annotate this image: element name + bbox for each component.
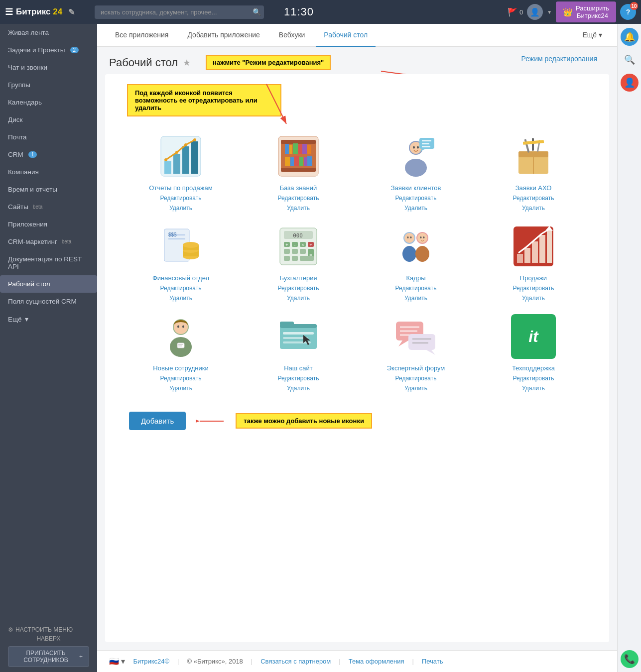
app-name-knowledge-base[interactable]: База знаний: [280, 184, 317, 192]
star-icon[interactable]: ★: [183, 57, 191, 68]
app-delete-aho-requests[interactable]: Удалить: [522, 205, 545, 212]
app-delete-new-employees[interactable]: Удалить: [169, 385, 192, 392]
app-edit-aho-requests[interactable]: Редактировать: [513, 195, 554, 202]
sidebar-item-groups[interactable]: Группы: [0, 76, 97, 94]
app-delete-it-support[interactable]: Удалить: [522, 385, 545, 392]
app-name-it-support[interactable]: Техподдержка: [512, 364, 555, 372]
footer-bitrix24-link[interactable]: Битрикс24©: [133, 658, 169, 665]
sidebar-item-apps[interactable]: Приложения: [0, 216, 97, 233]
footer-theme-link[interactable]: Тема оформления: [349, 658, 404, 665]
app-icon-sales[interactable]: [509, 222, 558, 271]
sidebar-item-sites[interactable]: Сайты beta: [0, 198, 97, 216]
app-name-expert-forum[interactable]: Экспертный форум: [387, 364, 445, 372]
app-delete-client-requests[interactable]: Удалить: [404, 205, 427, 212]
app-icon-expert-forum[interactable]: [391, 312, 441, 361]
sidebar-item-disk[interactable]: Диск: [0, 111, 97, 128]
tab-more[interactable]: Ещё ▾: [577, 24, 607, 46]
app-delete-knowledge-base[interactable]: Удалить: [287, 205, 310, 212]
invite-button[interactable]: ПРИГЛАСИТЬ СОТРУДНИКОВ +: [8, 646, 89, 667]
help-button[interactable]: ? 10: [620, 4, 636, 20]
user-avatar[interactable]: 👤: [527, 4, 543, 20]
sidebar-item-desktop[interactable]: Рабочий стол: [0, 275, 97, 293]
tab-add-app[interactable]: Добавить приложение: [179, 24, 267, 47]
app-edit-finance[interactable]: Редактировать: [160, 285, 202, 292]
app-name-hr[interactable]: Кадры: [406, 274, 426, 282]
app-delete-finance[interactable]: Удалить: [169, 295, 192, 302]
app-icon-new-employees[interactable]: [156, 312, 206, 361]
edit-mode-button[interactable]: Режим редактирования: [521, 55, 597, 63]
sidebar-label-desktop: Рабочий стол: [8, 280, 50, 288]
sidebar-item-mail[interactable]: Почта: [0, 128, 97, 146]
footer-partner-link[interactable]: Связаться с партнером: [260, 658, 331, 665]
svg-point-76: [402, 246, 416, 262]
app-icon-sales-reports[interactable]: [156, 131, 206, 181]
tab-webhooks[interactable]: Вебхуки: [271, 24, 313, 47]
phone-icon[interactable]: 📞: [621, 650, 639, 668]
sidebar-item-live-feed[interactable]: Живая лента: [0, 24, 97, 41]
app-name-sales[interactable]: Продажи: [520, 274, 547, 282]
app-edit-sales-reports[interactable]: Редактировать: [160, 195, 202, 202]
flag-count: 0: [519, 8, 523, 16]
app-icon-our-site[interactable]: [273, 312, 323, 361]
sidebar-item-tasks[interactable]: Задачи и Проекты 2: [0, 41, 97, 59]
sidebar-label-mail: Почта: [8, 133, 27, 141]
app-delete-expert-forum[interactable]: Удалить: [404, 385, 427, 392]
app-edit-our-site[interactable]: Редактировать: [278, 375, 319, 382]
sidebar-item-chat[interactable]: Чат и звонки: [0, 59, 97, 76]
search-icon[interactable]: 🔍: [621, 51, 639, 69]
svg-point-80: [407, 236, 409, 238]
app-icon-hr[interactable]: [391, 222, 441, 271]
sidebar-item-crm-marketing[interactable]: CRM-маркетинг beta: [0, 233, 97, 250]
tab-all-apps[interactable]: Все приложения: [107, 24, 176, 47]
search-button[interactable]: 🔍: [253, 8, 261, 16]
sidebar-item-rest-api[interactable]: Документация по REST API: [0, 250, 97, 275]
app-edit-knowledge-base[interactable]: Редактировать: [278, 195, 319, 202]
edit-pencil-icon[interactable]: ✎: [68, 7, 75, 17]
search-input[interactable]: [95, 5, 264, 19]
app-icon-client-requests[interactable]: [391, 131, 441, 181]
app-name-sales-reports[interactable]: Отчеты по продажам: [149, 184, 212, 192]
app-name-finance[interactable]: Финансовый отдел: [152, 274, 209, 282]
top-link[interactable]: НАВЕРХ: [8, 635, 89, 642]
user-profile-icon[interactable]: 👤: [621, 74, 639, 92]
sidebar-item-crm[interactable]: CRM 1: [0, 146, 97, 163]
app-icon-accounting[interactable]: 000 + - × ÷: [273, 222, 323, 271]
app-edit-new-employees[interactable]: Редактировать: [160, 375, 202, 382]
app-name-our-site[interactable]: Наш сайт: [284, 364, 313, 372]
footer-flag-icon[interactable]: 🇷🇺 ▾: [109, 657, 125, 666]
sidebar-item-more[interactable]: Ещё ▾: [0, 310, 97, 328]
app-edit-accounting[interactable]: Редактировать: [278, 285, 319, 292]
app-delete-hr[interactable]: Удалить: [404, 295, 427, 302]
app-edit-sales[interactable]: Редактировать: [513, 285, 554, 292]
footer-print-link[interactable]: Печать: [422, 658, 443, 665]
app-delete-accounting[interactable]: Удалить: [287, 295, 310, 302]
sidebar-item-crm-fields[interactable]: Поля сущностей CRM: [0, 293, 97, 310]
expand-button[interactable]: 👑 РасширитьБитрикс24: [556, 1, 616, 22]
svg-rect-42: [524, 139, 529, 153]
app-name-accounting[interactable]: Бухгалтерия: [279, 274, 317, 282]
app-icon-finance[interactable]: $$$: [156, 222, 206, 271]
add-button[interactable]: Добавить: [129, 412, 186, 430]
crown-icon: 👑: [563, 7, 573, 17]
app-delete-our-site[interactable]: Удалить: [287, 385, 310, 392]
app-icon-aho-requests[interactable]: [509, 131, 558, 181]
sidebar-item-company[interactable]: Компания: [0, 163, 97, 181]
app-edit-client-requests[interactable]: Редактировать: [395, 195, 437, 202]
user-dropdown-icon[interactable]: ▼: [547, 9, 552, 15]
app-edit-expert-forum[interactable]: Редактировать: [395, 375, 437, 382]
app-name-new-employees[interactable]: Новые сотрудники: [153, 364, 208, 372]
notifications-icon[interactable]: 🔔: [621, 28, 639, 46]
app-name-client-requests[interactable]: Заявки клиентов: [391, 184, 441, 192]
tab-desktop[interactable]: Рабочий стол: [316, 24, 376, 47]
sidebar-item-reports[interactable]: Время и отчеты: [0, 181, 97, 198]
app-edit-hr[interactable]: Редактировать: [395, 285, 437, 292]
app-icon-knowledge-base[interactable]: [273, 131, 323, 181]
menu-icon[interactable]: ☰: [5, 6, 13, 17]
configure-menu[interactable]: ⚙ НАСТРОИТЬ МЕНЮ: [8, 626, 89, 633]
app-name-aho-requests[interactable]: Заявки АХО: [515, 184, 552, 192]
app-edit-it-support[interactable]: Редактировать: [513, 375, 554, 382]
sidebar-item-calendar[interactable]: Календарь: [0, 94, 97, 111]
app-icon-it-support[interactable]: it: [509, 312, 558, 361]
app-delete-sales-reports[interactable]: Удалить: [169, 205, 192, 212]
app-delete-sales[interactable]: Удалить: [522, 295, 545, 302]
